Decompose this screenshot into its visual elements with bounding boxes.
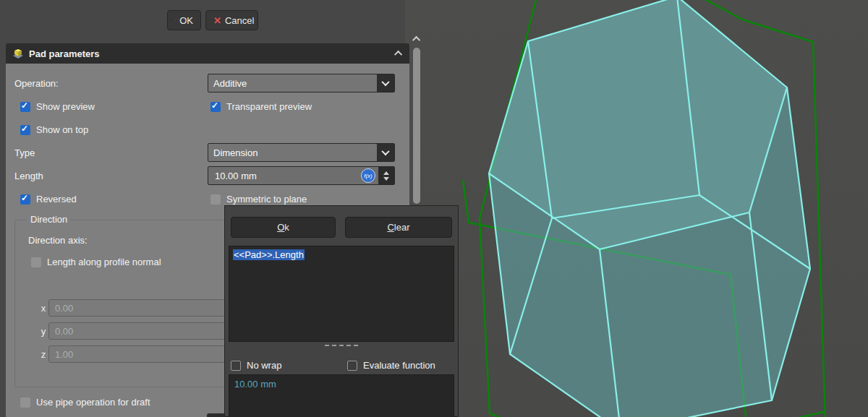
cancel-x-icon: ✕	[213, 15, 221, 26]
expression-text: <<Pad>>.Length	[233, 249, 305, 260]
spin-up-icon	[383, 171, 389, 175]
symmetric-checkbox[interactable]	[210, 194, 221, 205]
along-normal-row[interactable]: Length along profile normal	[31, 257, 161, 267]
panel-header[interactable]: Pad parameters	[6, 43, 409, 64]
show-preview-row[interactable]: Show preview	[20, 101, 95, 112]
along-normal-label: Length along profile normal	[47, 257, 161, 267]
cancel-button[interactable]: ✕ Cancel	[205, 10, 258, 30]
evaluate-function-row[interactable]: Evaluate function	[347, 360, 435, 371]
no-wrap-label: No wrap	[247, 360, 281, 371]
show-on-top-label: Show on top	[36, 124, 88, 135]
z-value: 1.00	[55, 349, 73, 360]
ok-button-label: OK	[179, 15, 193, 26]
splitter-handle[interactable]	[225, 345, 458, 346]
chevron-up-icon	[412, 36, 420, 44]
show-preview-checkbox[interactable]	[20, 102, 30, 112]
z-label: z	[40, 349, 47, 360]
evaluate-function-checkbox[interactable]	[347, 361, 357, 371]
3d-viewport[interactable]	[405, 0, 868, 417]
scrollbar-thumb[interactable]	[413, 48, 420, 204]
operation-value: Additive	[208, 78, 377, 89]
dialog-clear-button[interactable]: Clear	[345, 217, 452, 238]
panel-title: Pad parameters	[29, 48, 396, 59]
use-pipe-row[interactable]: Use pipe operation for draft	[20, 397, 150, 408]
result-output: 10.00 mm	[229, 374, 454, 417]
no-wrap-checkbox[interactable]	[231, 361, 241, 371]
dialog-clear-label: Clear	[387, 222, 409, 233]
direction-axis-label: Direction axis:	[28, 235, 88, 246]
no-wrap-row[interactable]: No wrap	[231, 360, 281, 371]
cancel-button-label: Cancel	[225, 15, 254, 26]
dialog-ok-button[interactable]: Ok	[231, 217, 336, 238]
show-on-top-row[interactable]: Show on top	[20, 124, 88, 135]
transparent-preview-checkbox[interactable]	[210, 102, 221, 112]
type-value: Dimension	[208, 147, 377, 158]
operation-label: Operation:	[14, 78, 59, 89]
chevron-down-icon	[381, 78, 389, 86]
chevron-down-icon	[381, 147, 389, 155]
direction-group-title: Direction	[27, 214, 71, 225]
spin-buttons[interactable]	[378, 167, 394, 184]
result-value: 10.00 mm	[234, 379, 276, 390]
formula-fx-button[interactable]: f(x)	[361, 168, 375, 183]
symmetric-row[interactable]: Symmetric to plane	[210, 194, 307, 205]
y-label: y	[40, 326, 47, 337]
length-spinbox[interactable]: 10.00 mm f(x)	[208, 166, 395, 185]
type-dropdown[interactable]: Dimension	[208, 143, 395, 162]
use-pipe-checkbox[interactable]	[20, 397, 30, 408]
formula-editor-dialog: Ok Clear <<Pad>>.Length No wrap Evaluate…	[224, 205, 459, 417]
show-preview-label: Show preview	[36, 101, 95, 112]
expression-input[interactable]: <<Pad>>.Length	[229, 246, 454, 342]
length-value: 10.00 mm	[208, 171, 361, 181]
dialog-ok-label: Ok	[277, 222, 289, 233]
x-label: x	[40, 303, 47, 314]
symmetric-label: Symmetric to plane	[226, 194, 307, 205]
evaluate-function-label: Evaluate function	[363, 360, 435, 371]
x-value: 0.00	[55, 303, 73, 314]
show-on-top-checkbox[interactable]	[20, 125, 30, 135]
reversed-checkbox[interactable]	[20, 194, 30, 205]
length-label: Length	[14, 171, 43, 181]
type-label: Type	[14, 147, 35, 158]
transparent-preview-label: Transparent preview	[226, 101, 312, 112]
ok-button[interactable]: OK	[167, 10, 201, 30]
pad-icon	[12, 47, 25, 60]
transparent-preview-row[interactable]: Transparent preview	[210, 101, 312, 112]
y-value: 0.00	[55, 326, 73, 337]
spin-down-icon	[383, 177, 389, 181]
reversed-row[interactable]: Reversed	[20, 194, 77, 205]
use-pipe-label: Use pipe operation for draft	[36, 397, 150, 408]
reversed-label: Reversed	[36, 194, 77, 205]
ok-arrow-icon	[175, 16, 176, 25]
along-normal-checkbox[interactable]	[31, 257, 41, 267]
operation-dropdown[interactable]: Additive	[208, 74, 395, 93]
scroll-up-button[interactable]	[413, 36, 422, 43]
dropdown-arrow	[377, 144, 394, 161]
dropdown-arrow	[377, 74, 394, 92]
